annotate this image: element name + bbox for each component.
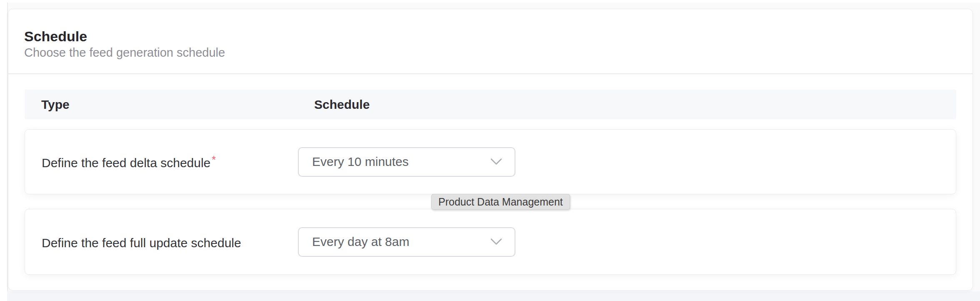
chevron-down-icon — [490, 238, 502, 246]
panel-title: Schedule — [24, 28, 87, 44]
panel-subtitle: Choose the feed generation schedule — [24, 45, 225, 60]
column-header-type: Type — [41, 98, 314, 112]
page-bottom-strip — [7, 291, 980, 301]
panel-divider — [8, 73, 972, 74]
full-update-schedule-select[interactable]: Every day at 8am — [298, 227, 515, 257]
full-update-schedule-select-value: Every day at 8am — [312, 235, 409, 249]
required-asterisk: * — [212, 154, 216, 166]
chevron-down-icon — [490, 158, 502, 166]
table-row-delta-schedule: Define the feed delta schedule* Every 10… — [25, 129, 956, 194]
row-label-text: Define the feed full update schedule — [42, 236, 241, 250]
row-label: Define the feed full update schedule — [42, 234, 298, 250]
schedule-panel: Schedule Choose the feed generation sche… — [8, 9, 973, 291]
row-label: Define the feed delta schedule* — [42, 154, 298, 170]
page: Schedule Choose the feed generation sche… — [0, 0, 980, 301]
table-row-full-update-schedule: Define the feed full update schedule Eve… — [25, 209, 956, 275]
delta-schedule-select-value: Every 10 minutes — [312, 155, 409, 169]
row-label-text: Define the feed delta schedule — [42, 156, 210, 170]
delta-schedule-select[interactable]: Every 10 minutes — [298, 147, 515, 177]
column-header-schedule: Schedule — [314, 98, 370, 112]
product-data-management-tooltip: Product Data Management — [431, 194, 570, 210]
table-header-row: Type Schedule — [25, 90, 956, 119]
